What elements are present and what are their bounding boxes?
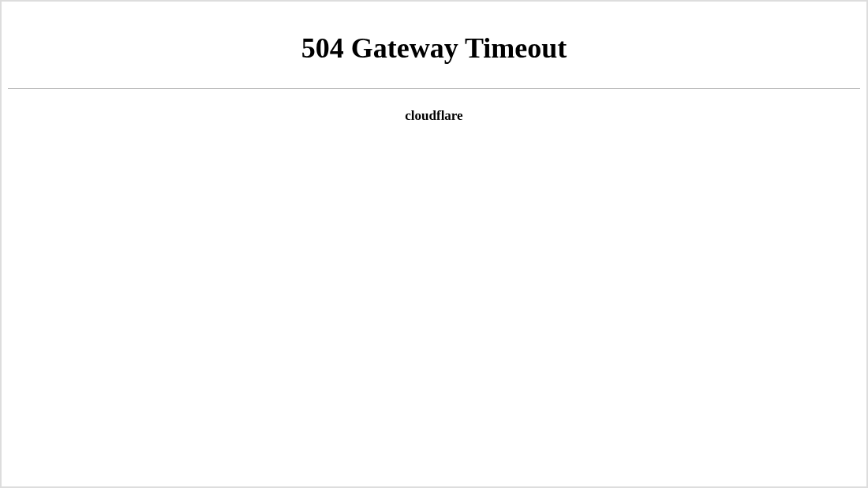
- error-heading: 504 Gateway Timeout: [8, 32, 860, 65]
- provider-label: cloudflare: [8, 108, 860, 124]
- error-page: 504 Gateway Timeout cloudflare: [8, 32, 860, 488]
- divider: [8, 88, 860, 89]
